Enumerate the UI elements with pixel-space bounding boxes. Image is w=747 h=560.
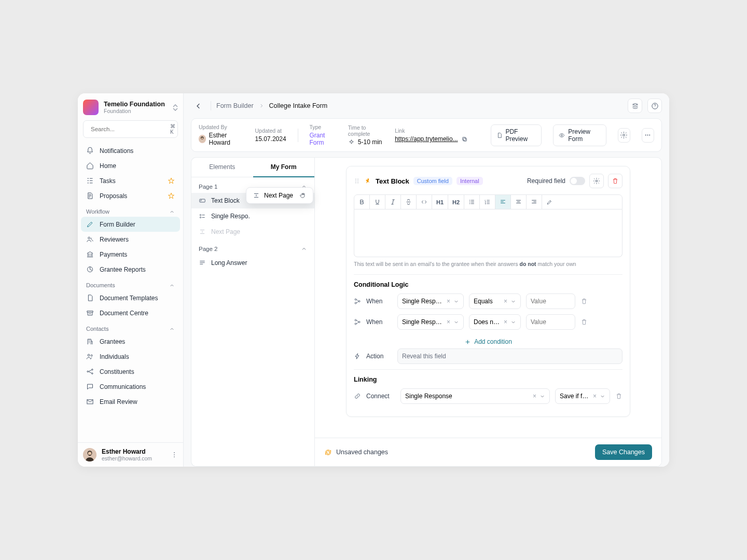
pdf-preview-button[interactable]: PDF Preview	[491, 124, 542, 146]
delete-condition-button[interactable]	[580, 298, 588, 305]
block-settings-button[interactable]	[589, 174, 604, 188]
back-button[interactable]	[191, 99, 205, 113]
tasks-icon	[86, 177, 94, 185]
form-link[interactable]: https://app.trytemelio...	[395, 135, 458, 143]
sidebar-item-tasks[interactable]: Tasks	[81, 173, 180, 188]
search-box[interactable]: ⌘ K	[83, 120, 178, 138]
italic-button[interactable]	[385, 195, 401, 209]
add-condition-button[interactable]: Add condition	[354, 335, 622, 348]
sidebar-item-templates[interactable]: Document Templates	[81, 290, 180, 305]
connect-mode-select[interactable]: Save if fil...×	[555, 388, 610, 404]
user-name: Esther Howard	[102, 448, 165, 455]
tab-my-form[interactable]: My Form	[253, 158, 315, 177]
when-value-input-2[interactable]	[526, 314, 575, 330]
sidebar-item-individuals[interactable]: Individuals	[81, 349, 180, 364]
pin-icon[interactable]	[364, 177, 371, 185]
copy-icon[interactable]	[461, 136, 468, 143]
connect-field-select[interactable]: Single Response×	[400, 388, 550, 404]
strike-button[interactable]	[401, 195, 417, 209]
chevron-up-icon	[301, 246, 307, 252]
element-long-answer[interactable]: Long Answer	[191, 255, 314, 271]
underline-button[interactable]	[370, 195, 385, 209]
more-button[interactable]	[642, 128, 654, 143]
sidebar-item-notifications[interactable]: Notifications	[81, 143, 180, 158]
svg-point-35	[596, 180, 598, 182]
elements-panel: Elements My Form Page 1 Text Block Singl…	[191, 157, 314, 467]
required-toggle[interactable]	[570, 177, 585, 185]
code-button[interactable]	[417, 195, 432, 209]
align-center-button[interactable]	[511, 195, 527, 209]
list-ol-button[interactable]	[480, 195, 495, 209]
sync-icon	[324, 449, 332, 456]
chevron-down-icon[interactable]	[453, 319, 459, 325]
clear-icon[interactable]: ×	[533, 393, 536, 400]
svg-point-44	[358, 321, 360, 323]
help-button[interactable]	[647, 99, 662, 113]
sidebar-item-payments[interactable]: Payments	[81, 247, 180, 262]
save-changes-button[interactable]: Save Changes	[595, 444, 652, 460]
page-2-header[interactable]: Page 2	[191, 240, 314, 255]
delete-link-button[interactable]	[615, 393, 622, 400]
delete-condition-button[interactable]	[580, 318, 588, 326]
action-select[interactable]: Reveal this field	[397, 348, 622, 364]
sidebar-item-grantees[interactable]: Grantees	[81, 334, 180, 349]
bold-button[interactable]	[354, 195, 370, 209]
chevron-down-icon[interactable]	[600, 394, 605, 399]
when-operator-select[interactable]: Equals×	[469, 293, 521, 309]
when-field-select-2[interactable]: Single Respon...×	[397, 314, 464, 330]
section-documents[interactable]: Documents	[81, 277, 180, 290]
accessibility-button[interactable]	[628, 99, 642, 113]
search-input[interactable]	[91, 126, 167, 132]
h1-button[interactable]: H1	[432, 195, 448, 209]
sidebar-item-email-review[interactable]: Email Review	[81, 394, 180, 409]
chevron-up-down-icon	[173, 104, 178, 111]
clear-icon[interactable]: ×	[593, 393, 597, 400]
when-operator-select-2[interactable]: Does not...×	[469, 314, 521, 330]
when-value-input[interactable]	[526, 293, 575, 309]
sidebar-item-home[interactable]: Home	[81, 158, 180, 173]
clear-icon[interactable]: ×	[447, 318, 450, 326]
sidebar-item-doc-centre[interactable]: Document Centre	[81, 305, 180, 320]
clear-icon[interactable]: ×	[447, 298, 450, 305]
svg-point-41	[358, 301, 360, 302]
grab-cursor-icon	[299, 192, 307, 199]
list-ul-button[interactable]	[464, 195, 480, 209]
align-right-button[interactable]	[527, 195, 542, 209]
more-vert-icon[interactable]	[171, 451, 178, 458]
clear-icon[interactable]: ×	[504, 298, 507, 305]
tab-elements[interactable]: Elements	[191, 158, 253, 177]
sidebar-item-proposals[interactable]: Proposals	[81, 188, 180, 203]
drag-handle-icon[interactable]	[354, 177, 360, 185]
user-profile[interactable]: Esther Howard esther@howard.com	[78, 442, 183, 467]
drag-popup[interactable]: Next Page	[246, 187, 313, 204]
sidebar-item-grantee-reports[interactable]: Grantee Reports	[81, 262, 180, 277]
breadcrumb-root[interactable]: Form Builder	[216, 102, 254, 109]
align-left-button[interactable]	[495, 195, 511, 209]
sidebar-item-constituents[interactable]: Constituents	[81, 364, 180, 379]
chevron-down-icon[interactable]	[540, 394, 545, 399]
chevron-down-icon[interactable]	[510, 299, 516, 304]
when-field-select[interactable]: Single Respon...×	[397, 293, 464, 309]
highlight-button[interactable]	[542, 195, 557, 209]
chat-icon	[86, 383, 94, 390]
split-icon	[253, 192, 260, 199]
linking-title: Linking	[354, 369, 622, 383]
settings-button[interactable]	[618, 128, 630, 143]
sidebar-item-communications[interactable]: Communications	[81, 379, 180, 394]
clear-icon[interactable]: ×	[504, 318, 507, 326]
svg-point-28	[200, 217, 201, 218]
sidebar-item-form-builder[interactable]: Form Builder	[81, 217, 180, 232]
tag-internal: Internal	[457, 177, 483, 185]
sidebar-item-reviewers[interactable]: Reviewers	[81, 232, 180, 247]
block-delete-button[interactable]	[608, 174, 622, 188]
section-workflow[interactable]: Workflow	[81, 203, 180, 217]
preview-form-button[interactable]: Preview Form	[553, 124, 606, 146]
mail-icon	[86, 398, 94, 405]
org-switcher[interactable]: Temelio Foundation Foundation	[78, 93, 183, 120]
text-editor[interactable]	[354, 209, 622, 257]
chevron-down-icon[interactable]	[453, 299, 459, 304]
h2-button[interactable]: H2	[448, 195, 464, 209]
section-contacts[interactable]: Contacts	[81, 320, 180, 334]
element-single-response[interactable]: Single Respo.	[191, 208, 314, 224]
chevron-down-icon[interactable]	[510, 319, 516, 325]
